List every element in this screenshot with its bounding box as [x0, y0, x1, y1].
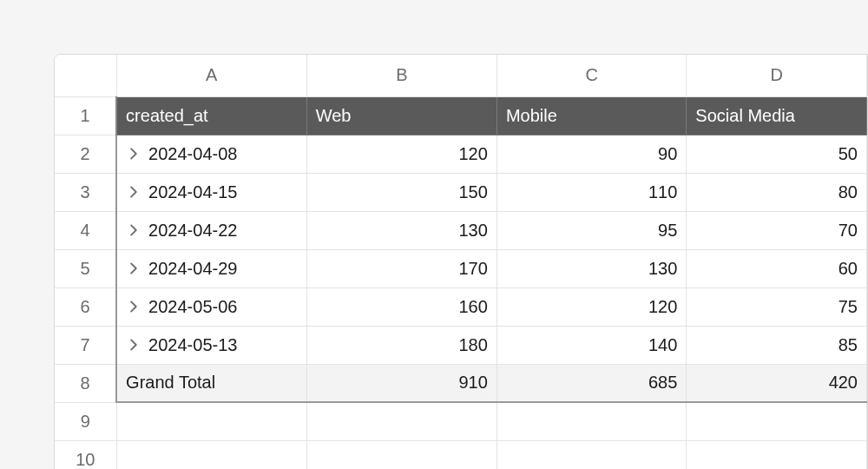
- cell-c5[interactable]: 130: [496, 249, 686, 287]
- row-header-10[interactable]: 10: [55, 440, 116, 469]
- cell-c9[interactable]: [496, 402, 686, 440]
- date-label: 2024-05-13: [148, 335, 237, 355]
- cell-c2[interactable]: 90: [496, 135, 686, 173]
- pivot-header-web[interactable]: Web: [306, 96, 496, 135]
- cell-a6[interactable]: 2024-05-06: [116, 287, 306, 326]
- cell-a3[interactable]: 2024-04-15: [116, 173, 306, 211]
- select-all-corner[interactable]: [55, 55, 116, 96]
- cell-b9[interactable]: [306, 402, 496, 440]
- row-header-5[interactable]: 5: [55, 249, 116, 287]
- date-label: 2024-04-22: [148, 221, 237, 241]
- cell-d10[interactable]: [687, 440, 867, 469]
- cell-d2[interactable]: 50: [687, 135, 867, 173]
- date-label: 2024-05-06: [148, 297, 237, 317]
- cell-d9[interactable]: [687, 402, 867, 440]
- pivot-header-created-at[interactable]: created_at: [116, 96, 306, 135]
- cell-d5[interactable]: 60: [687, 249, 867, 287]
- column-header-d[interactable]: D: [687, 55, 867, 96]
- cell-b8[interactable]: 910: [306, 364, 496, 402]
- chevron-right-icon[interactable]: [128, 148, 140, 160]
- row-header-2[interactable]: 2: [55, 135, 116, 173]
- chevron-right-icon[interactable]: [128, 186, 140, 198]
- cell-c7[interactable]: 140: [496, 326, 686, 364]
- row-header-7[interactable]: 7: [55, 326, 116, 364]
- chevron-right-icon[interactable]: [128, 224, 140, 236]
- cell-c10[interactable]: [496, 440, 686, 469]
- cell-a10[interactable]: [116, 440, 306, 469]
- cell-b3[interactable]: 150: [306, 173, 496, 211]
- cell-a2[interactable]: 2024-04-08: [116, 135, 306, 173]
- column-header-a[interactable]: A: [116, 55, 306, 96]
- cell-a5[interactable]: 2024-04-29: [116, 249, 306, 287]
- cell-c4[interactable]: 95: [496, 211, 686, 249]
- cell-a4[interactable]: 2024-04-22: [116, 211, 306, 249]
- cell-b4[interactable]: 130: [306, 211, 496, 249]
- cell-b2[interactable]: 120: [306, 135, 496, 173]
- row-header-6[interactable]: 6: [55, 287, 116, 326]
- column-header-b[interactable]: B: [306, 55, 496, 96]
- cell-b5[interactable]: 170: [306, 249, 496, 287]
- cell-d6[interactable]: 75: [687, 287, 867, 326]
- pivot-header-social-media[interactable]: Social Media: [687, 96, 867, 135]
- spreadsheet: A B C D 1 created_at Web Mobile Social M…: [54, 54, 868, 469]
- cell-c6[interactable]: 120: [496, 287, 686, 326]
- chevron-right-icon[interactable]: [128, 262, 140, 274]
- row-header-4[interactable]: 4: [55, 211, 116, 249]
- cell-d4[interactable]: 70: [687, 211, 867, 249]
- column-header-c[interactable]: C: [496, 55, 686, 96]
- row-header-8[interactable]: 8: [55, 364, 116, 402]
- pivot-header-mobile[interactable]: Mobile: [496, 96, 686, 135]
- date-label: 2024-04-29: [148, 259, 237, 279]
- cell-c3[interactable]: 110: [496, 173, 686, 211]
- row-header-1[interactable]: 1: [55, 96, 116, 135]
- cell-b7[interactable]: 180: [306, 326, 496, 364]
- date-label: 2024-04-08: [148, 144, 237, 164]
- cell-d3[interactable]: 80: [687, 173, 867, 211]
- cell-a9[interactable]: [116, 402, 306, 440]
- cell-d8[interactable]: 420: [687, 364, 867, 402]
- chevron-right-icon[interactable]: [128, 301, 140, 313]
- grid-table: A B C D 1 created_at Web Mobile Social M…: [55, 55, 867, 469]
- cell-c8[interactable]: 685: [496, 364, 686, 402]
- row-header-3[interactable]: 3: [55, 173, 116, 211]
- cell-b6[interactable]: 160: [306, 287, 496, 326]
- chevron-right-icon[interactable]: [128, 339, 140, 351]
- cell-b10[interactable]: [306, 440, 496, 469]
- cell-a7[interactable]: 2024-05-13: [116, 326, 306, 364]
- date-label: 2024-04-15: [148, 182, 237, 202]
- cell-d7[interactable]: 85: [687, 326, 867, 364]
- row-header-9[interactable]: 9: [55, 402, 116, 440]
- cell-a8-grand-total[interactable]: Grand Total: [116, 364, 306, 402]
